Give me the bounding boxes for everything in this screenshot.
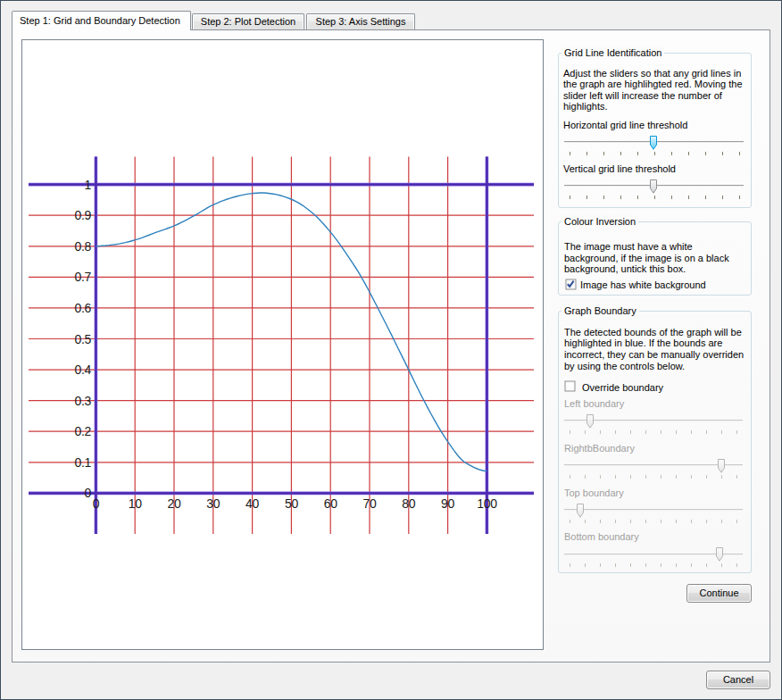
svg-text:0.8: 0.8 (74, 239, 91, 254)
svg-text:0.7: 0.7 (74, 270, 91, 284)
svg-text:0.5: 0.5 (74, 332, 91, 346)
svg-text:60: 60 (324, 496, 337, 511)
svg-text:0.6: 0.6 (74, 301, 91, 315)
svg-text:0.3: 0.3 (74, 394, 91, 408)
svg-text:90: 90 (441, 496, 454, 511)
svg-text:0.2: 0.2 (74, 424, 91, 438)
svg-text:1: 1 (85, 178, 92, 192)
svg-text:0.4: 0.4 (74, 362, 91, 377)
svg-text:0: 0 (85, 486, 92, 500)
svg-text:10: 10 (129, 496, 142, 511)
svg-text:40: 40 (245, 496, 259, 511)
svg-text:30: 30 (206, 496, 220, 511)
svg-text:50: 50 (285, 496, 298, 511)
svg-text:70: 70 (363, 496, 377, 511)
svg-text:80: 80 (402, 496, 415, 511)
svg-text:20: 20 (168, 496, 181, 511)
svg-text:0.9: 0.9 (74, 208, 91, 222)
svg-text:0.1: 0.1 (74, 455, 91, 470)
svg-text:0: 0 (93, 496, 100, 511)
svg-text:100: 100 (477, 496, 497, 511)
